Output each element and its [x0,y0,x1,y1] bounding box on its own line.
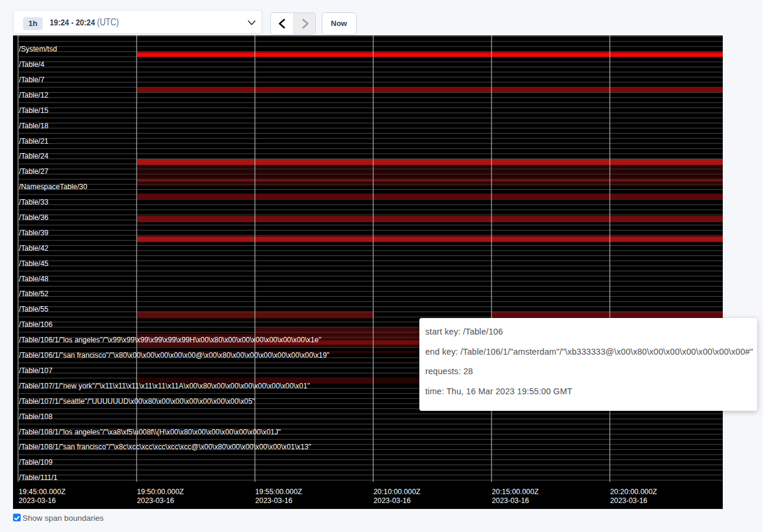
svg-text:20:10:00.000Z: 20:10:00.000Z [374,488,421,496]
svg-text:/Table/36: /Table/36 [19,213,49,222]
svg-text:/Table/21: /Table/21 [19,137,49,145]
svg-text:/Table/27: /Table/27 [19,167,49,176]
svg-text:/System/tsd: /System/tsd [19,45,57,53]
svg-text:/Table/7: /Table/7 [19,76,44,84]
svg-text:/Table/48: /Table/48 [19,275,49,283]
svg-text:/Table/108/1/"san francisco"/": /Table/108/1/"san francisco"/"\x8c\xcc\x… [19,443,311,451]
svg-text:/Table/109: /Table/109 [19,458,53,466]
svg-text:/Table/24: /Table/24 [19,152,49,160]
svg-text:/Table/107/1/"new york"/"\x11\: /Table/107/1/"new york"/"\x11\x11\x11\x1… [19,382,310,390]
svg-text:2023-03-16: 2023-03-16 [19,497,56,505]
svg-text:/Table/108/1/"los angeles"/"\x: /Table/108/1/"los angeles"/"\xa8\xf5\u00… [19,428,281,436]
svg-text:2023-03-16: 2023-03-16 [610,497,648,505]
svg-text:/Table/15: /Table/15 [19,106,49,115]
svg-text:/NamespaceTable/30: /NamespaceTable/30 [19,183,88,191]
svg-text:19:50:00.000Z: 19:50:00.000Z [137,488,185,496]
svg-text:2023-03-16: 2023-03-16 [492,497,529,505]
svg-text:/Table/111/1: /Table/111/1 [19,473,57,482]
svg-text:/Table/106/1/"los angeles"/"\x: /Table/106/1/"los angeles"/"\x99\x99\x99… [19,336,321,344]
svg-text:20:20:00.000Z: 20:20:00.000Z [610,488,658,496]
svg-text:19:55:00.000Z: 19:55:00.000Z [256,488,303,496]
svg-text:/Table/12: /Table/12 [19,91,49,99]
svg-text:2023-03-16: 2023-03-16 [256,497,293,505]
svg-text:/Table/106/1/"san francisco"/": /Table/106/1/"san francisco"/"\x80\x00\x… [19,351,329,359]
svg-text:/Table/42: /Table/42 [19,244,49,252]
svg-text:/Table/45: /Table/45 [19,259,49,268]
svg-text:2023-03-16: 2023-03-16 [137,497,174,505]
svg-text:/Table/39: /Table/39 [19,229,49,237]
svg-text:19:45:00.000Z: 19:45:00.000Z [19,488,66,496]
svg-text:/Table/108: /Table/108 [19,413,53,421]
svg-text:/Table/52: /Table/52 [19,290,49,298]
svg-text:/Table/107: /Table/107 [19,366,53,375]
svg-text:2023-03-16: 2023-03-16 [374,497,411,505]
svg-text:/Table/33: /Table/33 [19,198,49,206]
svg-text:/Table/4: /Table/4 [19,60,44,69]
svg-text:/Table/106: /Table/106 [19,320,53,329]
svg-text:/Table/55: /Table/55 [19,305,49,313]
svg-text:/Table/107/1/"seattle"/"UUUUUU: /Table/107/1/"seattle"/"UUUUUUD\x00\x80\… [19,397,255,406]
svg-text:/Table/18: /Table/18 [19,122,49,130]
svg-text:20:15:00.000Z: 20:15:00.000Z [492,488,539,496]
